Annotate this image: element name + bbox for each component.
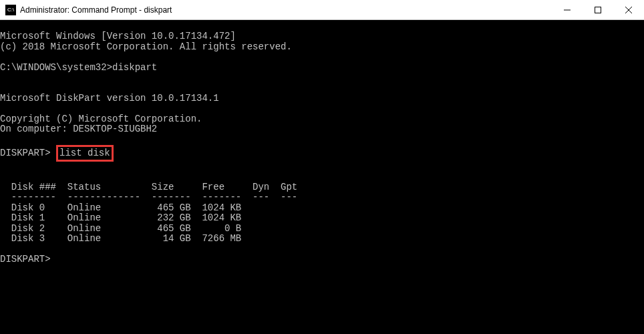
diskpart-final-prompt: DISKPART>: [0, 254, 51, 265]
blank-line: [0, 243, 5, 254]
table-row: Disk 2 Online 465 GB 0 B: [0, 223, 241, 234]
close-button[interactable]: [613, 0, 644, 19]
os-version-line: Microsoft Windows [Version 10.0.17134.47…: [0, 31, 236, 41]
blank-line: [0, 103, 5, 114]
window-controls: [552, 0, 644, 19]
blank-line: [0, 172, 5, 182]
maximize-button[interactable]: [583, 0, 613, 19]
table-header: Disk ### Status Size Free Dyn Gpt: [0, 182, 297, 192]
window-title: Administrator: Command Prompt - diskpart: [20, 5, 552, 15]
computer-name-line: On computer: DESKTOP-SIUGBH2: [0, 124, 157, 134]
diskpart-version-line: Microsoft DiskPart version 10.0.17134.1: [0, 93, 219, 104]
minimize-button[interactable]: [552, 0, 583, 19]
blank-line: [0, 51, 5, 62]
app-icon: C:\: [5, 5, 16, 15]
diskpart-prompt-label: DISKPART>: [0, 148, 51, 158]
terminal-area[interactable]: Microsoft Windows [Version 10.0.17134.47…: [0, 20, 644, 334]
table-row: Disk 0 Online 465 GB 1024 KB: [0, 202, 241, 213]
highlight-list-disk: list disk: [56, 145, 114, 162]
titlebar[interactable]: C:\ Administrator: Command Prompt - disk…: [0, 0, 644, 20]
diskpart-prompt-line: DISKPART> list disk: [0, 145, 644, 162]
table-divider: -------- ------------- ------- ------- -…: [0, 192, 297, 202]
os-copyright-line: (c) 2018 Microsoft Corporation. All righ…: [0, 41, 292, 52]
table-row: Disk 3 Online 14 GB 7266 MB: [0, 233, 241, 244]
blank-line: [0, 134, 5, 144]
window-frame: C:\ Administrator: Command Prompt - disk…: [0, 0, 644, 334]
cmd-diskpart: diskpart: [112, 62, 157, 73]
blank-line: [0, 82, 5, 93]
table-row: Disk 1 Online 232 GB 1024 KB: [0, 212, 241, 223]
cmd-prompt-line: C:\WINDOWS\system32>diskpart: [0, 63, 644, 73]
svg-rect-1: [595, 7, 601, 13]
cmd-prompt-path: C:\WINDOWS\system32>: [0, 62, 112, 73]
diskpart-copyright-line: Copyright (C) Microsoft Corporation.: [0, 114, 202, 124]
